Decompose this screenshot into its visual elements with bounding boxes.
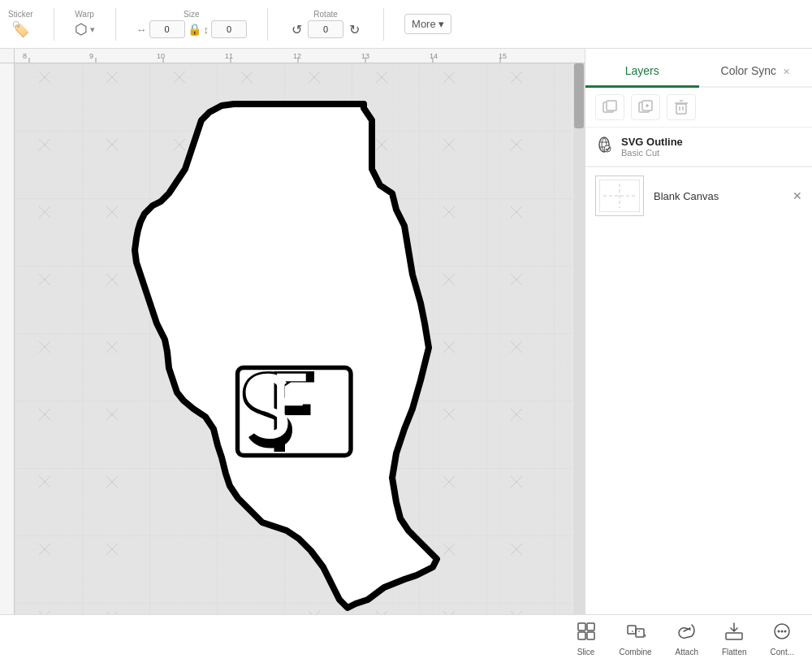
cont-icon (772, 622, 792, 645)
sticker-label: Sticker (8, 10, 33, 19)
height-input[interactable] (211, 20, 247, 38)
svg-rect-144 (676, 104, 686, 114)
svg-text:10: 10 (157, 52, 165, 60)
tab-layers[interactable]: Layers (585, 56, 699, 88)
add-layer-btn[interactable] (631, 94, 660, 120)
svg-point-167 (784, 630, 787, 633)
attach-label: Attach (676, 648, 698, 656)
sep1 (54, 8, 54, 41)
canvas-area[interactable]: 8 9 10 11 12 13 14 15 (0, 49, 585, 614)
more-button[interactable]: More ▾ (404, 14, 451, 34)
layer-sub: Basic Cut (621, 148, 683, 158)
blank-canvas-close-btn[interactable]: ✕ (793, 189, 802, 202)
svg-text:9: 9 (89, 52, 93, 60)
svg-text:11: 11 (225, 52, 233, 60)
flatten-label: Flatten (722, 648, 747, 656)
combine-icon: ▾ (626, 622, 646, 645)
blank-canvas-label: Blank Canvas (654, 190, 719, 202)
panel-tabs: Layers Color Sync ✕ (585, 49, 812, 88)
svg-rect-158 (578, 632, 585, 639)
svg-text:12: 12 (293, 52, 301, 60)
layer-svg-icon (595, 136, 613, 158)
warp-group: Warp ⬡ ▾ (75, 10, 95, 38)
svg-text:14: 14 (430, 52, 438, 60)
svg-rect-139 (607, 101, 616, 110)
cont-btn[interactable]: Cont... (761, 617, 804, 661)
main-area: 8 9 10 11 12 13 14 15 (0, 49, 812, 614)
rotate-label: Rotate (313, 10, 337, 19)
svg-rect-160 (628, 626, 636, 634)
delete-layer-btn[interactable] (667, 94, 696, 120)
ruler-top: 8 9 10 11 12 13 14 15 (0, 49, 585, 63)
svg-rect-159 (587, 632, 594, 639)
svg-rect-161 (636, 629, 644, 637)
combine-btn[interactable]: ▾ Combine (610, 617, 662, 661)
right-panel: Layers Color Sync ✕ (585, 49, 812, 614)
lock-icon: 🔒 (188, 23, 201, 36)
sep3 (267, 8, 268, 41)
rotate-group: Rotate ↺ ↻ (288, 10, 363, 39)
chevron-down-icon: ▾ (438, 18, 444, 30)
attach-btn[interactable]: Attach (666, 617, 708, 661)
slice-label: Slice (577, 648, 595, 656)
cont-label: Cont... (771, 648, 794, 656)
duplicate-layer-btn[interactable] (595, 94, 624, 120)
grid-canvas[interactable] (15, 63, 572, 614)
flatten-icon (724, 622, 744, 645)
top-toolbar: Sticker 🏷️ Warp ⬡ ▾ Size ↔ 🔒 ↕ Rotate ↺ … (0, 0, 812, 49)
svg-rect-156 (578, 623, 585, 630)
blank-canvas-section: Blank Canvas ✕ (585, 167, 812, 224)
tab-color-sync[interactable]: Color Sync ✕ (699, 56, 813, 88)
size-group: Size ↔ 🔒 ↕ (136, 10, 248, 38)
warp-label: Warp (75, 10, 94, 19)
panel-spacer (585, 224, 812, 614)
svg-point-166 (781, 630, 784, 633)
layer-name: SVG Outline (621, 136, 683, 148)
attach-icon (677, 622, 697, 645)
sep4 (383, 8, 384, 41)
size-label: Size (184, 10, 199, 19)
flatten-btn[interactable]: Flatten (712, 617, 757, 661)
layer-info: SVG Outline Basic Cut (621, 136, 683, 158)
combine-label: Combine (620, 648, 652, 656)
color-sync-close-icon[interactable]: ✕ (783, 67, 790, 76)
grid-svg (15, 63, 572, 614)
slice-icon (577, 622, 596, 645)
layer-item-svg-outline[interactable]: SVG Outline Basic Cut (585, 128, 812, 167)
ruler-corner (0, 49, 15, 63)
rotate-right-btn[interactable]: ↻ (346, 20, 363, 39)
sep2 (115, 8, 116, 41)
scrollbar-thumb[interactable] (574, 63, 584, 128)
rotate-left-btn[interactable]: ↺ (288, 20, 305, 39)
svg-text:8: 8 (23, 52, 27, 60)
vertical-scrollbar[interactable] (573, 63, 585, 614)
ruler-left (0, 49, 15, 614)
sticker-group: Sticker 🏷️ (8, 10, 33, 38)
panel-toolbar (585, 88, 812, 128)
slice-btn[interactable]: Slice (567, 617, 606, 661)
svg-rect-157 (587, 623, 594, 630)
svg-text:▾: ▾ (644, 632, 646, 639)
svg-rect-163 (726, 633, 742, 639)
svg-point-165 (778, 630, 780, 633)
bottom-toolbar: Slice ▾ Combine Attach F (0, 614, 812, 663)
blank-canvas-thumb (595, 176, 644, 216)
width-input[interactable] (149, 20, 185, 38)
rotate-input[interactable] (308, 20, 343, 38)
